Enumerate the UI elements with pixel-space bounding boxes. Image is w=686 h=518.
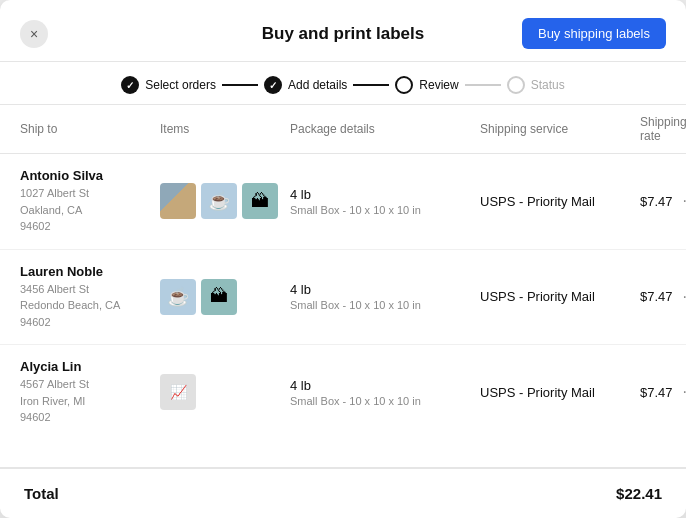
- step-add-details: ✓ Add details: [264, 76, 347, 94]
- col-items: Items: [160, 122, 290, 136]
- package-dims-1: Small Box - 10 x 10 x 10 in: [290, 204, 480, 216]
- rate-value-1: $7.47: [640, 194, 673, 209]
- ship-to-name-2: Lauren Noble: [20, 264, 160, 279]
- shipping-service-3: USPS - Priority Mail: [480, 385, 640, 400]
- more-options-1[interactable]: ···: [683, 192, 686, 210]
- col-ship-to: Ship to: [20, 122, 160, 136]
- step-label-status: Status: [531, 78, 565, 92]
- modal-header: × Buy and print labels Buy shipping labe…: [0, 0, 686, 62]
- rate-value-2: $7.47: [640, 289, 673, 304]
- package-cell-1: 4 lb Small Box - 10 x 10 x 10 in: [290, 187, 480, 216]
- table-row: Lauren Noble 3456 Albert StRedondo Beach…: [0, 250, 686, 346]
- items-cell-1: ☕ 🏔: [160, 183, 290, 219]
- table-header: Ship to Items Package details Shipping s…: [0, 105, 686, 154]
- step-icon-add-details: ✓: [264, 76, 282, 94]
- rate-cell-1: $7.47 ···: [640, 192, 686, 210]
- connector-1: [222, 84, 258, 86]
- package-dims-3: Small Box - 10 x 10 x 10 in: [290, 395, 480, 407]
- items-cell-3: 📈: [160, 374, 290, 410]
- step-label-add-details: Add details: [288, 78, 347, 92]
- col-shipping-service: Shipping service: [480, 122, 640, 136]
- item-thumb-2a: ☕: [160, 279, 196, 315]
- package-weight-2: 4 lb: [290, 282, 480, 297]
- package-weight-1: 4 lb: [290, 187, 480, 202]
- item-thumb-3a: 📈: [160, 374, 196, 410]
- step-label-select-orders: Select orders: [145, 78, 216, 92]
- total-label: Total: [24, 485, 59, 502]
- package-cell-2: 4 lb Small Box - 10 x 10 x 10 in: [290, 282, 480, 311]
- shipping-service-1: USPS - Priority Mail: [480, 194, 640, 209]
- step-icon-status: [507, 76, 525, 94]
- total-value: $22.41: [616, 485, 662, 502]
- connector-2: [353, 84, 389, 86]
- rate-value-3: $7.47: [640, 385, 673, 400]
- rate-cell-2: $7.47 ···: [640, 288, 686, 306]
- ship-to-cell-2: Lauren Noble 3456 Albert StRedondo Beach…: [20, 264, 160, 331]
- item-thumb-1c: 🏔: [242, 183, 278, 219]
- step-review: Review: [395, 76, 458, 94]
- ship-to-name-1: Antonio Silva: [20, 168, 160, 183]
- close-button[interactable]: ×: [20, 20, 48, 48]
- ship-to-cell-1: Antonio Silva 1027 Albert StOakland, CA9…: [20, 168, 160, 235]
- shipping-service-2: USPS - Priority Mail: [480, 289, 640, 304]
- package-weight-3: 4 lb: [290, 378, 480, 393]
- more-options-3[interactable]: ···: [683, 383, 686, 401]
- col-package-details: Package details: [290, 122, 480, 136]
- table-row: Antonio Silva 1027 Albert StOakland, CA9…: [0, 154, 686, 250]
- table-row: Alycia Lin 4567 Albert StIron River, MI9…: [0, 345, 686, 440]
- ship-to-cell-3: Alycia Lin 4567 Albert StIron River, MI9…: [20, 359, 160, 426]
- col-shipping-rate-wrapper: Shipping rate ✏️: [640, 115, 686, 143]
- package-dims-2: Small Box - 10 x 10 x 10 in: [290, 299, 480, 311]
- ship-to-addr-3: 4567 Albert StIron River, MI94602: [20, 376, 160, 426]
- ship-to-addr-1: 1027 Albert StOakland, CA94602: [20, 185, 160, 235]
- item-thumb-1b: ☕: [201, 183, 237, 219]
- buy-shipping-labels-button[interactable]: Buy shipping labels: [522, 18, 666, 49]
- package-cell-3: 4 lb Small Box - 10 x 10 x 10 in: [290, 378, 480, 407]
- item-thumb-1a: [160, 183, 196, 219]
- table-area: Ship to Items Package details Shipping s…: [0, 105, 686, 467]
- items-cell-2: ☕ 🏔: [160, 279, 290, 315]
- step-icon-review: [395, 76, 413, 94]
- step-icon-select-orders: ✓: [121, 76, 139, 94]
- modal-title: Buy and print labels: [262, 24, 424, 44]
- col-shipping-rate: Shipping rate: [640, 115, 686, 143]
- step-label-review: Review: [419, 78, 458, 92]
- item-thumb-2b: 🏔: [201, 279, 237, 315]
- total-row: Total $22.41: [0, 467, 686, 518]
- rate-cell-3: $7.47 ···: [640, 383, 686, 401]
- more-options-2[interactable]: ···: [683, 288, 686, 306]
- step-status: Status: [507, 76, 565, 94]
- step-select-orders: ✓ Select orders: [121, 76, 216, 94]
- ship-to-addr-2: 3456 Albert StRedondo Beach, CA94602: [20, 281, 160, 331]
- ship-to-name-3: Alycia Lin: [20, 359, 160, 374]
- connector-3: [465, 84, 501, 86]
- steps-bar: ✓ Select orders ✓ Add details Review Sta…: [0, 62, 686, 105]
- modal: × Buy and print labels Buy shipping labe…: [0, 0, 686, 518]
